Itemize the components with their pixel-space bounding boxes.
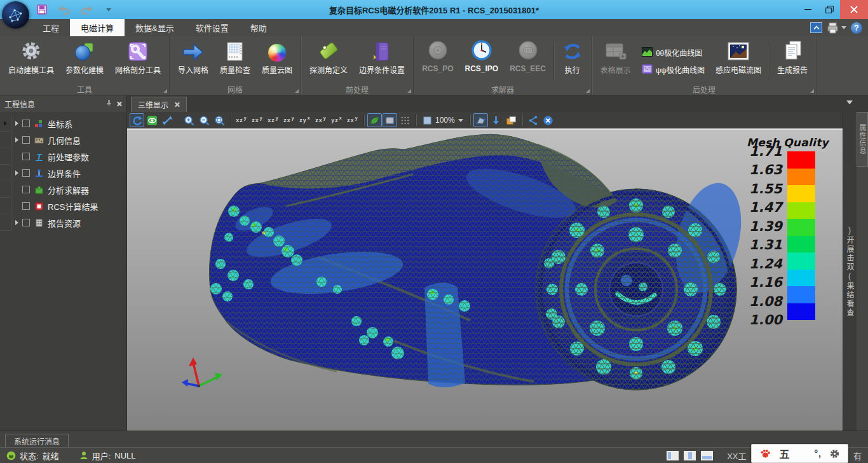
table-view-button[interactable]: 表格展示 [595,38,637,84]
flat-shade-icon[interactable] [383,113,397,127]
orbit-icon[interactable] [145,113,159,127]
view-zy-plane-button[interactable]: zyx [297,113,313,127]
snapshot-icon[interactable] [504,113,519,127]
rotate-icon[interactable] [130,113,144,127]
share-icon[interactable] [526,113,540,127]
app-logo-icon[interactable] [2,1,29,29]
generate-report-button[interactable]: 生成报告 [771,38,813,84]
quality-cloud-map-button[interactable]: 质量云图 [256,38,298,84]
help-icon[interactable]: ? [851,22,862,34]
view-zx-back-button[interactable]: zxy [281,113,297,127]
collapse-ribbon-icon[interactable] [810,22,822,33]
expand-arrow-icon[interactable] [15,220,18,225]
zoom-fit-icon[interactable] [212,113,227,127]
tree-item-analysis-solver[interactable]: 分析求解器 [0,181,126,198]
tab-close-icon[interactable] [174,102,180,107]
tab-project[interactable]: 工程 [32,19,70,36]
menu-bar: 工程 电磁计算 数据&显示 软件设置 帮助 ? [0,19,868,36]
tree-checkbox[interactable] [22,186,30,193]
ime-punctuation[interactable]: °, [814,448,822,459]
view-iso-2-button[interactable]: yzx [329,113,344,127]
import-mesh-button[interactable]: 导入网格 [172,38,214,84]
tree-checkbox[interactable] [22,136,30,144]
tree-item-coordinate-system[interactable]: 坐标系 [0,115,126,132]
tree-checkbox[interactable] [22,169,30,177]
tab-list-dropdown-icon[interactable] [846,100,853,104]
group-expand-icon[interactable] [586,89,590,93]
group-expand-icon[interactable] [163,89,167,93]
close-circle-icon[interactable] [541,113,555,127]
print-preview-icon[interactable] [827,22,846,34]
tree-checkbox[interactable] [22,202,30,210]
pan-icon[interactable] [160,113,175,127]
tree-item-report-resources[interactable]: 报告资源 [0,214,126,231]
view-xz-back-button[interactable]: xzy [266,113,281,127]
tab-help[interactable]: 帮助 [240,19,278,36]
panel-close-icon[interactable] [116,101,122,107]
zoom-out-icon[interactable] [197,113,212,127]
properties-collapsed-tab[interactable]: 属性信息 [857,112,868,167]
layout-left-panel-icon[interactable] [667,451,679,460]
group-expand-icon[interactable] [295,89,299,93]
tab-software-settings[interactable]: 软件设置 [185,19,240,36]
down-arrow-icon[interactable] [489,113,503,127]
solver-rcs-po-button[interactable]: RCS_PO [416,38,459,84]
redo-icon[interactable] [80,3,93,16]
ime-gear-icon[interactable] [829,448,840,459]
view-iso-3-button[interactable]: zxy [345,113,360,127]
tab-em-computation[interactable]: 电磁计算 [70,19,125,36]
launch-modeling-tool-button[interactable]: 启动建模工具 [3,38,60,84]
tab-data-display[interactable]: 数据&显示 [125,19,185,36]
ime-wubi-mode[interactable]: 五 [779,446,789,461]
expand-arrow-icon[interactable] [15,137,18,142]
restore-button[interactable] [818,0,840,19]
solver-rcs-ipo-button[interactable]: RCS_IPO [459,38,504,84]
expand-arrow-icon[interactable] [15,170,18,176]
tree-item-rcs-results[interactable]: RCS计算结果 [0,198,126,214]
results-collapsed-tab[interactable]: )开展击双(果结看查 [843,112,857,431]
tree-item-preprocess-params[interactable]: T 前处理参数 [0,148,126,165]
view-iso-1-button[interactable]: zxy [313,113,329,127]
zoom-in-icon[interactable] [182,113,196,127]
quick-access-dropdown-icon[interactable] [102,3,115,16]
baidu-paw-icon[interactable] [759,448,771,459]
expand-arrow-icon[interactable] [15,121,18,126]
save-icon[interactable] [36,3,48,16]
system-messages-tab[interactable]: 系统运行消息 [5,434,69,447]
induced-current-image-icon [726,38,750,62]
zoom-dropdown-arrow-icon[interactable] [458,119,463,122]
view-xz-plane-button[interactable]: xzy [234,113,249,127]
minimize-button[interactable] [797,0,818,19]
3d-viewport[interactable]: Mesh Quality 1.71 1.63 1.55 1.47 1.39 1.… [127,130,843,431]
shaded-leaf-icon[interactable] [367,113,382,127]
tree-checkbox[interactable] [22,120,30,127]
wireframe-dots-icon[interactable] [398,113,412,127]
window-controls [797,0,868,19]
view-zx-plane-button[interactable]: zxy [250,113,265,127]
solver-rcs-eec-button[interactable]: RCS_EEC [504,38,552,84]
undo-icon[interactable] [58,3,71,16]
moon-icon[interactable] [797,449,806,459]
psi-polar-chart-button[interactable]: ψψ极化曲线图 [642,64,705,76]
pin-icon[interactable] [105,99,112,109]
mesh-partition-tool-button[interactable]: 网格剖分工具 [109,38,166,84]
group-expand-icon[interactable] [810,89,814,93]
surface-select-icon[interactable] [473,113,488,127]
parametric-modeling-button[interactable]: 参数化建模 [60,38,109,84]
induced-current-map-button[interactable]: 感应电磁流图 [710,38,767,84]
zoom-level-dropdown[interactable]: 100% [419,116,466,125]
boundary-condition-settings-button[interactable]: 边界条件设置 [353,38,410,84]
layout-middle-panel-icon[interactable] [684,451,696,460]
theta-polar-chart-button[interactable]: θθ极化曲线图 [642,47,705,59]
layout-bottom-panel-icon[interactable] [701,451,713,460]
tree-checkbox[interactable] [22,153,30,160]
tab-3d-display[interactable]: 三维显示 [131,97,187,112]
tree-item-boundary-conditions[interactable]: 边界条件 [0,165,126,181]
tree-item-geometry-info[interactable]: 几何信息 [0,132,126,148]
quality-check-button[interactable]: 质量检查 [214,38,256,84]
tree-checkbox[interactable] [22,219,30,226]
close-button[interactable] [840,0,868,19]
probe-angle-define-button[interactable]: 探测角定义 [304,38,353,84]
group-expand-icon[interactable] [407,89,411,93]
execute-button[interactable]: 执行 [556,38,589,84]
